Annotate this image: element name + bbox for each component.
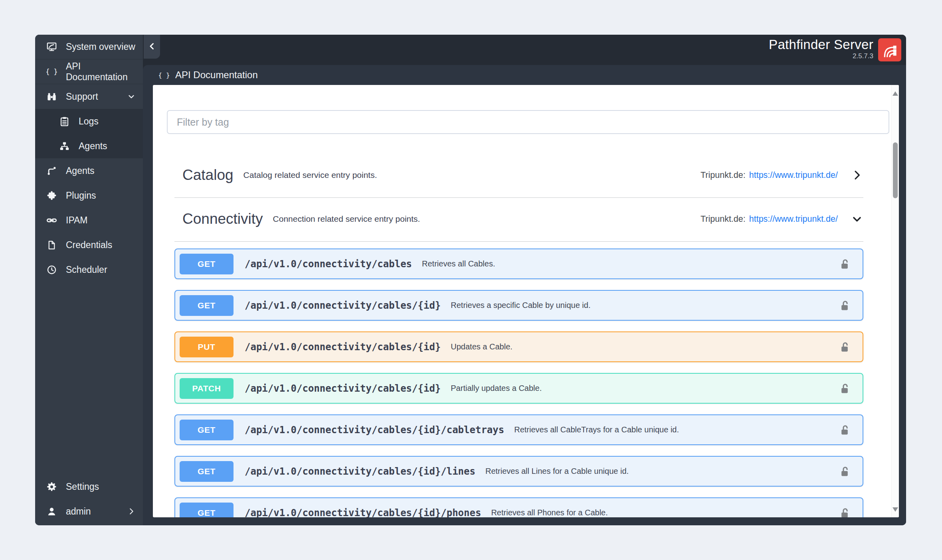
file-icon (46, 240, 57, 250)
page: { } API Documentation Catalog Catalog re… (143, 65, 906, 525)
chevron-left-icon (147, 41, 157, 52)
section-title: Connectivity (182, 211, 263, 227)
lock-open-icon[interactable] (839, 257, 851, 270)
endpoint-row[interactable]: GET /api/v1.0/connectivity/cables/{id}/p… (174, 497, 863, 517)
sidebar-item-label: API Documentation (66, 61, 136, 83)
sidebar-item-label: Agents (66, 166, 95, 176)
http-method-badge: GET (180, 254, 234, 274)
user-icon (46, 506, 57, 517)
sidebar-item-label: IPAM (66, 215, 88, 226)
endpoint-path: /api/v1.0/connectivity/cables/{id} (245, 341, 441, 353)
http-method-badge: GET (180, 503, 234, 518)
app-title: Pathfinder Server (769, 37, 873, 52)
scroll-area: Catalog Catalog related service entry po… (153, 85, 891, 517)
sidebar-item-ipam[interactable]: IPAM (35, 208, 143, 233)
sidebar-item-support[interactable]: Support (35, 84, 143, 109)
sidebar-item-admin[interactable]: admin (35, 499, 143, 524)
main-area: Pathfinder Server 2.5.7.3 { } API Docume… (143, 35, 906, 525)
sidebar-item-label: Credentials (66, 240, 112, 250)
lock-open-icon[interactable] (839, 340, 851, 353)
endpoint-description: Updates a Cable. (451, 342, 513, 351)
scrollbar-thumb[interactable] (893, 142, 898, 198)
endpoint-row[interactable]: PUT /api/v1.0/connectivity/cables/{id} U… (174, 331, 863, 362)
section-description: Connection related service entry points. (273, 214, 420, 224)
endpoint-row[interactable]: GET /api/v1.0/connectivity/cables Retrie… (174, 248, 863, 279)
chevron-down-icon (127, 92, 136, 101)
clipboard-icon (59, 116, 70, 127)
sidebar-item-credentials[interactable]: Credentials (35, 233, 143, 257)
endpoint-path: /api/v1.0/connectivity/cables/{id} (245, 383, 441, 394)
chevron-right-icon[interactable] (851, 169, 863, 181)
svg-text:{ }: { } (159, 71, 169, 79)
endpoint-row[interactable]: GET /api/v1.0/connectivity/cables/{id}/c… (174, 414, 863, 445)
http-method-badge: GET (180, 295, 234, 316)
app-window: System overview { } API Documentation Su… (35, 35, 906, 525)
endpoint-path: /api/v1.0/connectivity/cables/{id}/phone… (245, 507, 481, 518)
section-header-catalog[interactable]: Catalog Catalog related service entry po… (174, 164, 863, 198)
chevron-down-icon[interactable] (851, 213, 863, 225)
section-title: Catalog (182, 167, 234, 183)
sidebar-item-system-overview[interactable]: System overview (35, 35, 143, 59)
endpoint-description: Retrieves a specific Cable by unique id. (451, 301, 590, 310)
braces-icon: { } (159, 70, 169, 80)
sidebar-item-label: Support (66, 91, 98, 102)
endpoint-list: GET /api/v1.0/connectivity/cables Retrie… (174, 248, 863, 517)
section-external-docs: Tripunkt.de: https://www.tripunkt.de/ (701, 214, 838, 224)
chevron-right-icon (127, 507, 136, 516)
lock-open-icon[interactable] (839, 382, 851, 395)
sidebar-item-logs[interactable]: Logs (35, 109, 143, 134)
endpoint-description: Partially updates a Cable. (451, 384, 542, 393)
lock-open-icon[interactable] (839, 506, 851, 517)
app-version: 2.5.7.3 (769, 52, 873, 60)
scrollbar (891, 85, 899, 517)
http-method-badge: GET (180, 461, 234, 482)
endpoint-path: /api/v1.0/connectivity/cables (245, 258, 412, 270)
section-description: Catalog related service entry points. (243, 170, 377, 180)
endpoint-row[interactable]: GET /api/v1.0/connectivity/cables/{id} R… (174, 290, 863, 321)
endpoint-path: /api/v1.0/connectivity/cables/{id} (245, 300, 441, 311)
binoculars-icon (46, 91, 57, 102)
sidebar-item-api-documentation[interactable]: { } API Documentation (35, 59, 143, 84)
sidebar-item-settings[interactable]: Settings (35, 474, 143, 499)
sitemap-icon (59, 141, 70, 152)
endpoint-description: Retrieves all CableTrays for a Cable uni… (514, 425, 679, 434)
sidebar-item-label: Logs (79, 116, 99, 127)
content-panel: Catalog Catalog related service entry po… (153, 85, 899, 517)
link-icon (46, 215, 57, 226)
gear-icon (46, 481, 57, 492)
brand: Pathfinder Server 2.5.7.3 (769, 37, 873, 60)
endpoint-row[interactable]: PATCH /api/v1.0/connectivity/cables/{id}… (174, 373, 863, 404)
braces-icon: { } (46, 66, 57, 77)
page-title: API Documentation (175, 69, 258, 81)
endpoint-path: /api/v1.0/connectivity/cables/{id}/lines (245, 466, 475, 477)
sidebar-item-label: Settings (66, 481, 99, 492)
http-method-badge: GET (180, 420, 234, 440)
sidebar-item-plugins[interactable]: Plugins (35, 183, 143, 208)
sidebar-collapse-button[interactable] (144, 35, 160, 59)
scroll-up-arrow-icon[interactable] (893, 91, 898, 96)
sidebar-item-scheduler[interactable]: Scheduler (35, 257, 143, 282)
sidebar-nav: System overview { } API Documentation Su… (35, 35, 143, 282)
route-icon (46, 166, 57, 176)
endpoint-description: Retrieves all Cables. (422, 259, 495, 268)
endpoint-path: /api/v1.0/connectivity/cables/{id}/cable… (245, 424, 504, 436)
sidebar-item-agents[interactable]: Agents (35, 158, 143, 183)
lock-open-icon[interactable] (839, 299, 851, 312)
lock-open-icon[interactable] (839, 465, 851, 478)
sidebar-item-agents[interactable]: Agents (35, 134, 143, 158)
filter-input[interactable] (167, 110, 889, 134)
sidebar-item-label: System overview (66, 41, 135, 52)
endpoint-description: Retrieves all Phones for a Cable. (491, 508, 608, 517)
page-title-bar: { } API Documentation (143, 65, 906, 85)
monitor-icon (46, 41, 57, 52)
section-header-connectivity[interactable]: Connectivity Connection related service … (174, 207, 863, 242)
lock-open-icon[interactable] (839, 423, 851, 436)
external-docs-link[interactable]: https://www.tripunkt.de/ (749, 214, 838, 224)
external-docs-label: Tripunkt.de: (701, 170, 746, 180)
sidebar-item-label: admin (66, 506, 91, 517)
brand-logo-icon (878, 38, 901, 61)
scroll-down-arrow-icon[interactable] (893, 507, 898, 512)
external-docs-link[interactable]: https://www.tripunkt.de/ (749, 170, 838, 180)
sidebar-item-label: Agents (79, 141, 107, 152)
endpoint-row[interactable]: GET /api/v1.0/connectivity/cables/{id}/l… (174, 456, 863, 487)
